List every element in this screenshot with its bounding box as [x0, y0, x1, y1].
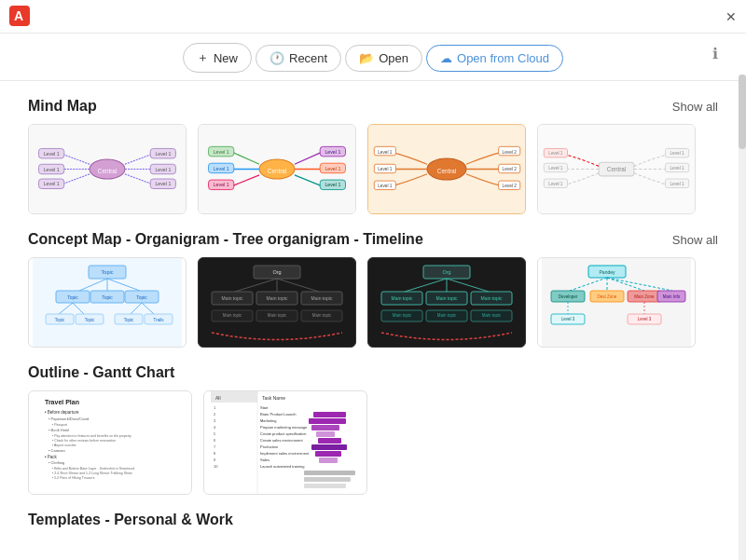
svg-text:Level 2: Level 2: [503, 150, 518, 155]
svg-text:Level 1: Level 1: [155, 167, 171, 172]
open-cloud-button[interactable]: ☁ Open from Cloud: [426, 45, 563, 72]
svg-rect-204: [304, 477, 351, 482]
svg-text:A: A: [14, 8, 23, 23]
svg-text:Main Info: Main Info: [663, 294, 681, 299]
concept-map-grid: Topic Topic Topic Topic Topic: [28, 257, 718, 348]
svg-text:Travel Plan: Travel Plan: [45, 399, 79, 405]
svg-text:Topic: Topic: [136, 294, 147, 300]
gantt-card-1[interactable]: Travel Plan • Before departure • Paperwo…: [28, 390, 192, 495]
svg-text:• Airport voucher: • Airport voucher: [52, 444, 77, 447]
svg-text:Central: Central: [98, 168, 117, 174]
mind-map-card-1[interactable]: Central Level 1 Level 1 Level 1: [28, 124, 186, 214]
templates-personal-header: Templates - Personal & Work: [28, 512, 718, 528]
svg-text:10: 10: [214, 464, 218, 469]
gantt-title: Outline - Gantt Chart: [28, 364, 174, 381]
svg-rect-191: [318, 438, 341, 444]
svg-text:Level 1: Level 1: [325, 182, 340, 187]
svg-text:Level 3: Level 3: [638, 317, 652, 321]
gantt-svg-1: Travel Plan • Before departure • Paperwo…: [29, 391, 191, 494]
svg-text:Sales: Sales: [260, 458, 269, 462]
svg-text:Start: Start: [260, 405, 269, 410]
close-button[interactable]: ✕: [725, 9, 737, 24]
svg-text:Level 1: Level 1: [214, 149, 229, 155]
clock-icon: 🕐: [269, 51, 284, 65]
svg-text:Marketing: Marketing: [260, 418, 277, 423]
mind-map-card-4[interactable]: Central Level 1 Level 1 Level 1 Level 1: [537, 124, 696, 214]
svg-text:Level 1: Level 1: [155, 181, 171, 186]
svg-rect-194: [311, 444, 347, 450]
cloud-icon: ☁: [440, 51, 452, 65]
svg-text:Level 1: Level 1: [44, 151, 60, 157]
gantt-svg-2: All Task Name 1 Start 2 Brain Product La…: [204, 391, 366, 494]
svg-text:Level 1: Level 1: [325, 166, 340, 171]
mind-map-card-3[interactable]: Central Level 1 Level 1 Level 1 Level 2: [367, 124, 526, 214]
svg-text:Level 1: Level 1: [44, 181, 60, 186]
svg-text:Central: Central: [437, 168, 456, 174]
gantt-grid: Travel Plan • Before departure • Paperwo…: [28, 390, 718, 495]
svg-text:Level 2: Level 2: [503, 184, 518, 188]
svg-rect-205: [304, 484, 346, 488]
svg-text:Level 1: Level 1: [155, 151, 171, 157]
svg-text:Dest Zone: Dest Zone: [598, 294, 617, 299]
folder-icon: 📂: [359, 51, 374, 65]
open-label: Open: [379, 51, 408, 65]
svg-text:Level 1: Level 1: [325, 149, 340, 155]
new-button[interactable]: ＋ New: [183, 43, 252, 73]
concept-map-show-all[interactable]: Show all: [672, 233, 718, 247]
svg-text:Main topic: Main topic: [311, 295, 333, 301]
svg-text:Main topic: Main topic: [481, 295, 503, 301]
concept-map-title: Concept Map - Organigram - Tree organigr…: [28, 231, 423, 248]
info-button[interactable]: ℹ: [712, 45, 718, 62]
svg-text:• Belts and Bottom Base Layer : • Belts and Bottom Base Layer - Undershi…: [52, 467, 135, 471]
svg-text:Main topic: Main topic: [268, 313, 287, 318]
svg-text:Level 1: Level 1: [548, 166, 563, 171]
concept-card-2[interactable]: Org Main topic Main topic Main topic Mai…: [198, 257, 356, 348]
concept-svg-2: Org Main topic Main topic Main topic Mai…: [199, 258, 355, 347]
mind-map-show-all[interactable]: Show all: [672, 100, 718, 114]
svg-text:• Book Hotel: • Book Hotel: [48, 428, 69, 432]
svg-text:Level 1: Level 1: [548, 182, 563, 186]
open-button[interactable]: 📂 Open: [345, 45, 422, 72]
svg-text:Brain Product Launch: Brain Product Launch: [260, 412, 296, 417]
svg-text:Main topic: Main topic: [267, 295, 288, 301]
mind-map-title: Mind Map: [28, 98, 97, 115]
svg-rect-179: [313, 412, 346, 417]
svg-text:• Before departure: • Before departure: [45, 410, 79, 415]
svg-rect-185: [311, 425, 339, 430]
templates-personal-section: Templates - Personal & Work: [28, 512, 718, 528]
svg-rect-197: [315, 451, 341, 457]
svg-text:• Pack: • Pack: [45, 455, 58, 459]
concept-card-1[interactable]: Topic Topic Topic Topic Topic: [28, 257, 186, 348]
svg-text:Level 2: Level 2: [503, 167, 518, 171]
content-area: Mind Map Show all Central Level 1: [0, 81, 746, 560]
recent-button[interactable]: 🕐 Recent: [256, 45, 341, 72]
svg-text:• Clothing: • Clothing: [48, 460, 64, 465]
svg-text:• Caravan: • Caravan: [48, 448, 65, 453]
svg-text:• Pay attention to features an: • Pay attention to features and benefits…: [52, 434, 131, 438]
concept-card-4[interactable]: Pandey Developer Dest Zone Main Zone: [537, 257, 696, 348]
svg-text:Main topic: Main topic: [392, 295, 413, 301]
mind-map-card-2[interactable]: Central Level 1 Level 1 Level 1 Level 1: [198, 124, 356, 214]
svg-text:All: All: [215, 395, 221, 401]
svg-text:Main topic: Main topic: [437, 313, 457, 318]
svg-text:Pandey: Pandey: [600, 269, 615, 275]
svg-text:Main Zone: Main Zone: [634, 294, 655, 299]
svg-text:Level 1: Level 1: [214, 182, 229, 187]
toolbar: ＋ New 🕐 Recent 📂 Open ☁ Open from Cloud …: [0, 34, 746, 81]
svg-text:Level 1: Level 1: [378, 150, 393, 155]
svg-text:Prepare marketing message: Prepare marketing message: [260, 425, 308, 430]
gantt-header: Outline - Gantt Chart: [28, 364, 718, 381]
gantt-card-2[interactable]: All Task Name 1 Start 2 Brain Product La…: [203, 390, 367, 495]
svg-text:Topic: Topic: [67, 294, 78, 300]
svg-text:Level 1: Level 1: [670, 182, 684, 186]
mind-map-header: Mind Map Show all: [28, 98, 718, 115]
scrollbar-thumb[interactable]: [739, 75, 746, 149]
concept-card-3[interactable]: Org Main topic Main topic Main topic Mai…: [367, 257, 526, 348]
app-icon-area: A: [9, 6, 30, 30]
svg-text:Main topic: Main topic: [222, 295, 243, 301]
svg-text:• Check for other reviews befo: • Check for other reviews before reserva…: [52, 439, 116, 443]
svg-text:Create product specification: Create product specification: [260, 431, 307, 436]
concept-map-section: Concept Map - Organigram - Tree organigr…: [28, 231, 718, 348]
svg-text:Main topic: Main topic: [482, 313, 502, 318]
app-logo: A: [9, 6, 30, 26]
